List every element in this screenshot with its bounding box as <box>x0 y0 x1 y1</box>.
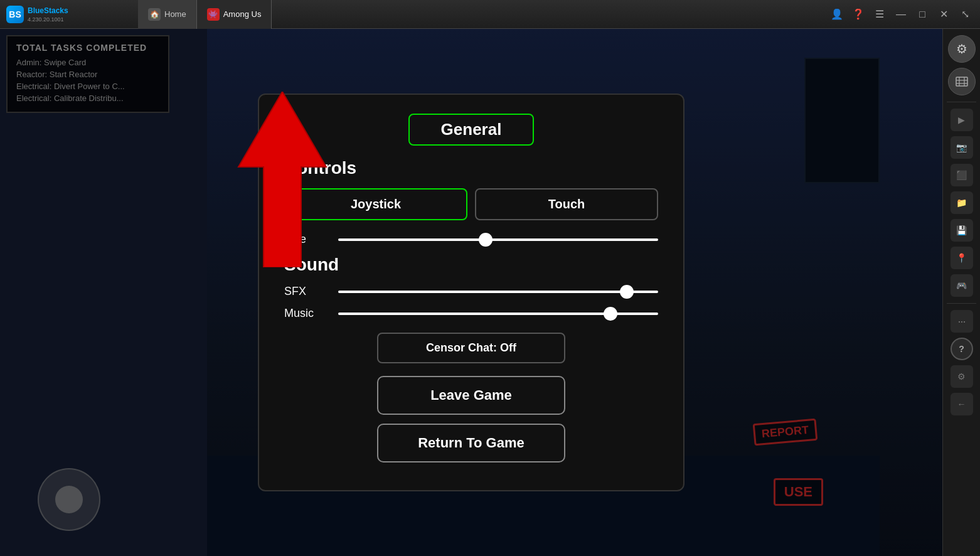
close-button[interactable]: ✕ <box>934 4 954 24</box>
sound-section-title: Sound <box>284 255 658 275</box>
settings-modal: General Controls Joystick Touch Size Sou… <box>258 94 684 491</box>
tab-among-us[interactable]: 👾 Among Us <box>197 0 272 29</box>
tab-home[interactable]: 🏠 Home <box>138 0 197 29</box>
more-button[interactable]: ··· <box>951 310 973 333</box>
menu-button[interactable]: ☰ <box>870 4 890 24</box>
right-sidebar: ⚙ ▶ 📷 ⬛ 📁 💾 📍 🎮 ··· ? ⚙ ← <box>942 29 980 556</box>
files-button[interactable]: 📁 <box>951 191 973 214</box>
bluestacks-settings-button[interactable]: ⚙ <box>948 35 976 63</box>
fullscreen-button[interactable]: ⤡ <box>955 4 975 24</box>
controls-type-row: Joystick Touch <box>284 188 658 220</box>
joystick-button[interactable]: Joystick <box>284 188 467 220</box>
back-button[interactable]: ← <box>951 393 973 415</box>
general-tab-button[interactable]: General <box>408 114 535 146</box>
minimize-button[interactable]: — <box>891 4 911 24</box>
bluestacks-info: BlueStacks 4.230.20.1001 <box>28 6 68 23</box>
game-scene: TOTAL TASKS COMPLETED Admin: Swipe Card … <box>0 29 942 556</box>
sfx-slider-row: SFX <box>284 285 658 298</box>
home-tab-label: Home <box>164 9 186 19</box>
music-slider-track[interactable] <box>338 313 658 315</box>
bluestacks-icon: BS <box>6 6 24 23</box>
music-slider-thumb[interactable] <box>604 307 617 321</box>
sidebar-divider-2 <box>947 303 976 304</box>
account-button[interactable]: 👤 <box>827 4 847 24</box>
game-area: TOTAL TASKS COMPLETED Admin: Swipe Card … <box>0 29 942 556</box>
size-slider-track[interactable] <box>338 238 658 241</box>
svg-rect-1 <box>956 77 967 86</box>
sfx-slider-thumb[interactable] <box>620 285 634 299</box>
window-controls: 👤 ❓ ☰ — □ ✕ ⤡ <box>827 4 980 24</box>
record-button[interactable]: ⬛ <box>951 164 973 186</box>
save-state-button[interactable]: 💾 <box>951 219 973 242</box>
topbar: BS BlueStacks 4.230.20.1001 🏠 Home 👾 Amo… <box>0 0 980 29</box>
size-label: Size <box>284 233 328 246</box>
size-slider-thumb[interactable] <box>479 233 493 247</box>
among-us-tab-icon: 👾 <box>207 8 220 21</box>
modal-overlay: General Controls Joystick Touch Size Sou… <box>0 29 942 556</box>
bluestacks-config-button[interactable]: ⚙ <box>951 365 973 388</box>
gamepad-button[interactable]: 🎮 <box>951 274 973 297</box>
size-slider-row: Size <box>284 233 658 246</box>
cast-button[interactable]: ▶ <box>951 109 973 131</box>
touch-button[interactable]: Touch <box>475 188 658 220</box>
help-sidebar-button[interactable]: ? <box>951 338 973 360</box>
leave-game-button[interactable]: Leave Game <box>377 376 565 415</box>
return-to-game-button[interactable]: Return To Game <box>377 424 565 462</box>
screenshot-button[interactable]: 📷 <box>951 136 973 159</box>
music-label: Music <box>284 307 328 320</box>
sidebar-divider-1 <box>947 102 976 102</box>
location-button[interactable]: 📍 <box>951 247 973 269</box>
bluestacks-version: 4.230.20.1001 <box>28 16 68 23</box>
sfx-slider-track[interactable] <box>338 291 658 293</box>
controls-section-title: Controls <box>284 158 658 178</box>
bluestacks-name: BlueStacks <box>28 6 68 15</box>
home-tab-icon: 🏠 <box>148 8 161 21</box>
maximize-button[interactable]: □ <box>912 4 932 24</box>
among-us-tab-label: Among Us <box>223 9 262 19</box>
map-icon <box>955 75 969 88</box>
map-button[interactable] <box>948 68 976 95</box>
sfx-label: SFX <box>284 285 328 298</box>
music-slider-row: Music <box>284 307 658 320</box>
general-tab-container: General <box>284 114 658 146</box>
bluestacks-logo: BS BlueStacks 4.230.20.1001 <box>0 6 138 23</box>
help-button[interactable]: ❓ <box>848 4 868 24</box>
censor-chat-button[interactable]: Censor Chat: Off <box>377 333 565 363</box>
